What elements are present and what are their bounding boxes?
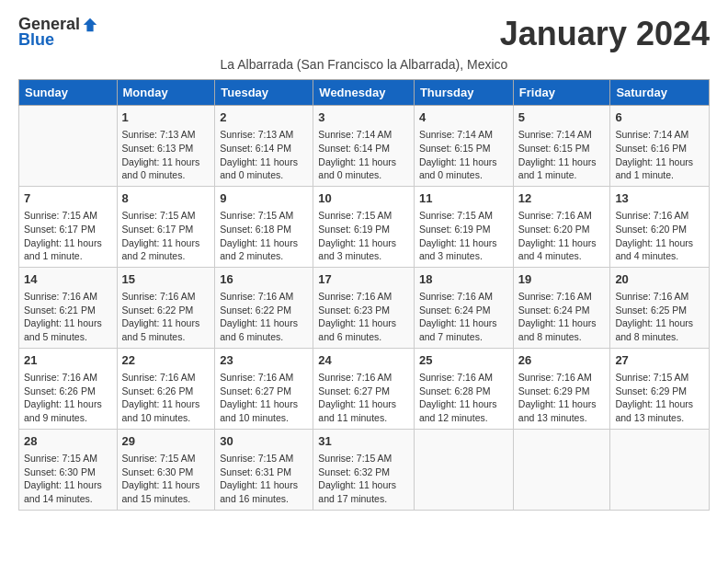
day-info: Sunrise: 7:16 AM Sunset: 6:22 PM Dayligh…	[122, 290, 210, 344]
day-info: Sunrise: 7:14 AM Sunset: 6:16 PM Dayligh…	[615, 128, 704, 182]
day-info: Sunrise: 7:16 AM Sunset: 6:27 PM Dayligh…	[318, 371, 409, 425]
calendar-cell: 28Sunrise: 7:15 AM Sunset: 6:30 PM Dayli…	[19, 429, 118, 510]
day-info: Sunrise: 7:15 AM Sunset: 6:19 PM Dayligh…	[318, 209, 409, 263]
day-number: 14	[24, 271, 112, 288]
calendar-cell: 18Sunrise: 7:16 AM Sunset: 6:24 PM Dayli…	[414, 267, 513, 348]
calendar-header-sunday: Sunday	[19, 80, 118, 106]
day-number: 22	[122, 352, 210, 369]
day-number: 15	[122, 271, 210, 288]
day-info: Sunrise: 7:15 AM Sunset: 6:19 PM Dayligh…	[419, 209, 508, 263]
calendar-cell: 14Sunrise: 7:16 AM Sunset: 6:21 PM Dayli…	[19, 267, 118, 348]
day-number: 25	[419, 352, 508, 369]
calendar-cell: 27Sunrise: 7:15 AM Sunset: 6:29 PM Dayli…	[610, 348, 710, 429]
day-number: 5	[518, 109, 606, 126]
day-info: Sunrise: 7:13 AM Sunset: 6:13 PM Dayligh…	[122, 128, 210, 182]
calendar-cell: 21Sunrise: 7:16 AM Sunset: 6:26 PM Dayli…	[19, 348, 118, 429]
calendar-header-wednesday: Wednesday	[313, 80, 415, 106]
calendar-cell: 3Sunrise: 7:14 AM Sunset: 6:14 PM Daylig…	[313, 106, 415, 187]
logo-icon	[82, 17, 98, 33]
calendar-cell: 5Sunrise: 7:14 AM Sunset: 6:15 PM Daylig…	[513, 106, 610, 187]
calendar-cell: 1Sunrise: 7:13 AM Sunset: 6:13 PM Daylig…	[117, 106, 215, 187]
day-number: 31	[318, 433, 409, 450]
day-number: 1	[122, 109, 210, 126]
calendar-week-2: 7Sunrise: 7:15 AM Sunset: 6:17 PM Daylig…	[19, 186, 710, 267]
calendar-header-saturday: Saturday	[610, 80, 710, 106]
calendar-cell	[610, 429, 710, 510]
calendar-cell: 9Sunrise: 7:15 AM Sunset: 6:18 PM Daylig…	[215, 186, 313, 267]
calendar-cell: 24Sunrise: 7:16 AM Sunset: 6:27 PM Dayli…	[313, 348, 415, 429]
day-number: 28	[24, 433, 112, 450]
day-number: 26	[518, 352, 606, 369]
calendar-cell	[414, 429, 513, 510]
day-info: Sunrise: 7:16 AM Sunset: 6:29 PM Dayligh…	[518, 371, 606, 425]
calendar-week-1: 1Sunrise: 7:13 AM Sunset: 6:13 PM Daylig…	[19, 106, 710, 187]
calendar-header-tuesday: Tuesday	[215, 80, 313, 106]
day-number: 29	[122, 433, 210, 450]
day-number: 23	[220, 352, 308, 369]
day-number: 6	[615, 109, 704, 126]
day-number: 3	[318, 109, 409, 126]
day-info: Sunrise: 7:15 AM Sunset: 6:29 PM Dayligh…	[615, 371, 704, 425]
day-info: Sunrise: 7:15 AM Sunset: 6:18 PM Dayligh…	[220, 209, 308, 263]
day-number: 18	[419, 271, 508, 288]
day-number: 8	[122, 190, 210, 207]
month-title: January 2024	[500, 15, 710, 53]
calendar-cell: 29Sunrise: 7:15 AM Sunset: 6:30 PM Dayli…	[117, 429, 215, 510]
day-number: 27	[615, 352, 704, 369]
calendar-header-monday: Monday	[117, 80, 215, 106]
calendar-cell: 19Sunrise: 7:16 AM Sunset: 6:24 PM Dayli…	[513, 267, 610, 348]
logo: General Blue	[18, 15, 98, 50]
day-info: Sunrise: 7:14 AM Sunset: 6:15 PM Dayligh…	[518, 128, 606, 182]
day-number: 11	[419, 190, 508, 207]
calendar-cell	[513, 429, 610, 510]
calendar-cell: 15Sunrise: 7:16 AM Sunset: 6:22 PM Dayli…	[117, 267, 215, 348]
day-info: Sunrise: 7:16 AM Sunset: 6:24 PM Dayligh…	[518, 290, 606, 344]
day-info: Sunrise: 7:16 AM Sunset: 6:22 PM Dayligh…	[220, 290, 308, 344]
calendar-cell: 23Sunrise: 7:16 AM Sunset: 6:27 PM Dayli…	[215, 348, 313, 429]
calendar-cell: 20Sunrise: 7:16 AM Sunset: 6:25 PM Dayli…	[610, 267, 710, 348]
header: General Blue January 2024	[18, 15, 710, 53]
day-info: Sunrise: 7:15 AM Sunset: 6:17 PM Dayligh…	[122, 209, 210, 263]
calendar-cell: 26Sunrise: 7:16 AM Sunset: 6:29 PM Dayli…	[513, 348, 610, 429]
calendar-cell	[19, 106, 118, 187]
day-info: Sunrise: 7:16 AM Sunset: 6:26 PM Dayligh…	[122, 371, 210, 425]
calendar-header-row: SundayMondayTuesdayWednesdayThursdayFrid…	[19, 80, 710, 106]
day-number: 10	[318, 190, 409, 207]
day-number: 17	[318, 271, 409, 288]
day-info: Sunrise: 7:16 AM Sunset: 6:26 PM Dayligh…	[24, 371, 112, 425]
subtitle: La Albarrada (San Francisco la Albarrada…	[18, 57, 710, 72]
day-info: Sunrise: 7:15 AM Sunset: 6:32 PM Dayligh…	[318, 452, 409, 506]
day-info: Sunrise: 7:16 AM Sunset: 6:20 PM Dayligh…	[615, 209, 704, 263]
day-number: 16	[220, 271, 308, 288]
day-number: 19	[518, 271, 606, 288]
logo-blue: Blue	[18, 30, 54, 50]
day-info: Sunrise: 7:13 AM Sunset: 6:14 PM Dayligh…	[220, 128, 308, 182]
day-info: Sunrise: 7:15 AM Sunset: 6:31 PM Dayligh…	[220, 452, 308, 506]
day-info: Sunrise: 7:16 AM Sunset: 6:20 PM Dayligh…	[518, 209, 606, 263]
day-number: 20	[615, 271, 704, 288]
day-number: 4	[419, 109, 508, 126]
calendar-cell: 12Sunrise: 7:16 AM Sunset: 6:20 PM Dayli…	[513, 186, 610, 267]
calendar-week-5: 28Sunrise: 7:15 AM Sunset: 6:30 PM Dayli…	[19, 429, 710, 510]
calendar-cell: 25Sunrise: 7:16 AM Sunset: 6:28 PM Dayli…	[414, 348, 513, 429]
calendar-week-4: 21Sunrise: 7:16 AM Sunset: 6:26 PM Dayli…	[19, 348, 710, 429]
day-number: 21	[24, 352, 112, 369]
calendar-cell: 31Sunrise: 7:15 AM Sunset: 6:32 PM Dayli…	[313, 429, 415, 510]
calendar-body: 1Sunrise: 7:13 AM Sunset: 6:13 PM Daylig…	[19, 106, 710, 511]
calendar-cell: 7Sunrise: 7:15 AM Sunset: 6:17 PM Daylig…	[19, 186, 118, 267]
day-info: Sunrise: 7:16 AM Sunset: 6:28 PM Dayligh…	[419, 371, 508, 425]
day-number: 30	[220, 433, 308, 450]
day-info: Sunrise: 7:16 AM Sunset: 6:21 PM Dayligh…	[24, 290, 112, 344]
day-number: 24	[318, 352, 409, 369]
calendar-cell: 11Sunrise: 7:15 AM Sunset: 6:19 PM Dayli…	[414, 186, 513, 267]
calendar-cell: 10Sunrise: 7:15 AM Sunset: 6:19 PM Dayli…	[313, 186, 415, 267]
day-number: 13	[615, 190, 704, 207]
calendar-cell: 16Sunrise: 7:16 AM Sunset: 6:22 PM Dayli…	[215, 267, 313, 348]
calendar-header-thursday: Thursday	[414, 80, 513, 106]
day-info: Sunrise: 7:16 AM Sunset: 6:25 PM Dayligh…	[615, 290, 704, 344]
day-number: 7	[24, 190, 112, 207]
day-info: Sunrise: 7:15 AM Sunset: 6:30 PM Dayligh…	[24, 452, 112, 506]
day-info: Sunrise: 7:16 AM Sunset: 6:27 PM Dayligh…	[220, 371, 308, 425]
day-info: Sunrise: 7:16 AM Sunset: 6:24 PM Dayligh…	[419, 290, 508, 344]
day-number: 9	[220, 190, 308, 207]
